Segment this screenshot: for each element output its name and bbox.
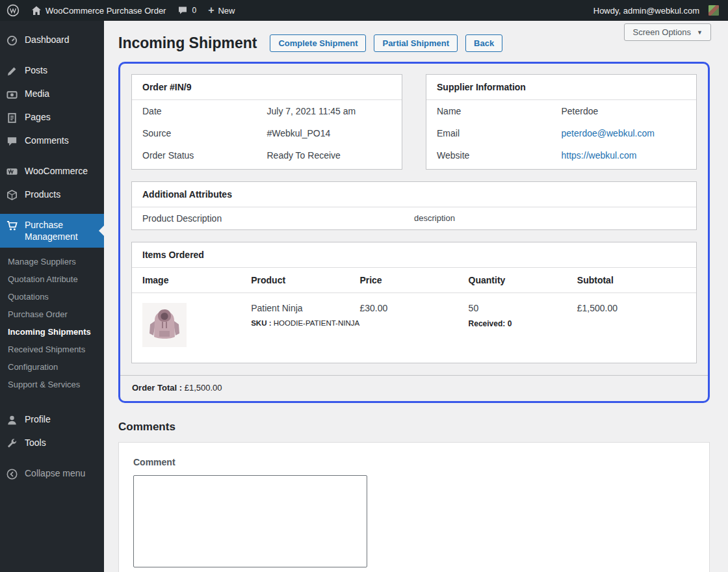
complete-shipment-button[interactable]: Complete Shipment: [270, 34, 366, 52]
collapse-arrow-icon: [5, 467, 18, 480]
sidebar-item-label: Dashboard: [25, 34, 70, 46]
sidebar-item-label: Comments: [25, 135, 69, 146]
order-date-row: Date July 7, 2021 11:45 am: [132, 100, 402, 122]
submenu-item-configuration[interactable]: Configuration: [0, 358, 104, 376]
admin-bar-right: Howdy, admin@webkul.com: [593, 0, 719, 21]
sidebar-separator: [0, 401, 104, 408]
sidebar-item-label: Products: [25, 188, 60, 200]
column-header-quantity: Quantity: [469, 268, 577, 292]
table-row: Patient Ninja SKU : HOODIE-PATIENT-NINJA…: [132, 293, 696, 363]
supplier-name-row: Name Peterdoe: [426, 100, 696, 122]
submenu-item-purchase-order[interactable]: Purchase Order: [0, 306, 104, 323]
order-total-value: £1,500.00: [185, 383, 222, 393]
supplier-email-link[interactable]: peterdoe@webkul.com: [562, 128, 655, 138]
sidebar-item-dashboard[interactable]: Dashboard: [0, 29, 104, 52]
received-value: 0: [508, 319, 512, 328]
order-source-value: #Webkul_PO14: [267, 128, 331, 138]
site-name-label: WooCommerce Purchase Order: [46, 6, 166, 16]
product-image: [142, 303, 187, 347]
sidebar-item-label: Profile: [25, 413, 51, 425]
sidebar-separator: [0, 52, 104, 59]
supplier-website-row: Website https://webkul.com: [426, 144, 696, 169]
sku-value: HOODIE-PATIENT-NINJA: [274, 319, 359, 327]
order-status-label: Order Status: [142, 150, 267, 161]
supplier-name-label: Name: [437, 106, 562, 116]
person-icon: [5, 413, 18, 426]
order-total-row: Order Total : £1,500.00: [120, 375, 708, 401]
new-content-button[interactable]: + New: [208, 0, 235, 21]
additional-attributes-card: Additional Attributes Product Descriptio…: [131, 181, 697, 230]
page-header: Incoming Shipment Complete Shipment Part…: [118, 34, 710, 52]
sidebar-item-pages[interactable]: Pages: [0, 106, 104, 129]
admin-bar: WooCommerce Purchase Order 0 + New Howdy…: [0, 0, 728, 21]
sidebar-item-comments[interactable]: Comments: [0, 129, 104, 153]
dashboard-icon: [5, 34, 18, 47]
product-image-cell: [142, 303, 251, 347]
howdy-label: Howdy, admin@webkul.com: [593, 6, 699, 16]
supplier-email-row: Email peterdoe@webkul.com: [426, 122, 696, 144]
back-button[interactable]: Back: [465, 34, 502, 52]
product-sku: SKU : HOODIE-PATIENT-NINJA: [251, 319, 359, 327]
sidebar-item-media[interactable]: Media: [0, 83, 104, 106]
sidebar-item-woocommerce[interactable]: WooCommerce: [0, 160, 104, 183]
order-source-label: Source: [142, 128, 267, 138]
admin-sidebar: Dashboard Posts Media Pages Commen: [0, 21, 104, 572]
supplier-card-title: Supplier Information: [426, 75, 696, 100]
wrench-icon: [5, 437, 18, 450]
sidebar-separator: [0, 455, 104, 462]
sidebar-item-collapse-menu[interactable]: Collapse menu: [0, 462, 104, 486]
subtotal-cell: £1,500.00: [577, 303, 686, 347]
comment-textarea[interactable]: [133, 475, 367, 567]
page-title: Incoming Shipment: [118, 34, 257, 52]
comment-bubble-icon: [177, 5, 188, 16]
comment-field-label: Comment: [133, 457, 695, 467]
sidebar-item-tools[interactable]: Tools: [0, 432, 104, 455]
partial-shipment-button[interactable]: Partial Shipment: [374, 34, 458, 52]
submenu-item-incoming-shipments[interactable]: Incoming Shipments: [0, 323, 104, 341]
site-name-link[interactable]: WooCommerce Purchase Order: [31, 0, 166, 21]
sidebar-item-purchase-management[interactable]: Purchase Management: [0, 214, 104, 248]
sidebar-item-label: Tools: [25, 437, 46, 448]
items-ordered-card: Items Ordered Image Product Price Quanti…: [131, 242, 697, 363]
product-name: Patient Ninja: [251, 303, 359, 313]
order-source-row: Source #Webkul_PO14: [132, 122, 402, 144]
submenu-item-manage-suppliers[interactable]: Manage Suppliers: [0, 253, 104, 270]
submenu-item-received-shipments[interactable]: Received Shipments: [0, 341, 104, 358]
sidebar-item-posts[interactable]: Posts: [0, 59, 104, 83]
order-status-value: Ready To Receive: [267, 150, 341, 161]
submenu-item-support-services[interactable]: Support & Services: [0, 376, 104, 393]
wp-logo-menu[interactable]: [6, 0, 20, 21]
supplier-card: Supplier Information Name Peterdoe Email…: [426, 74, 697, 170]
shipment-details-container: Order #IN/9 Date July 7, 2021 11:45 am S…: [118, 62, 710, 403]
attribute-value: description: [414, 213, 455, 224]
screen-options-label: Screen Options: [632, 27, 691, 37]
pages-icon: [5, 111, 18, 124]
sidebar-item-products[interactable]: Products: [0, 183, 104, 207]
supplier-name-value: Peterdoe: [562, 106, 599, 116]
sidebar-item-profile[interactable]: Profile: [0, 408, 104, 432]
screen-options-button[interactable]: Screen Options ▼: [624, 23, 711, 41]
sku-label: SKU :: [251, 319, 271, 327]
quantity-value: 50: [469, 303, 577, 313]
quantity-cell: 50 Received: 0: [469, 303, 577, 347]
sidebar-item-label: WooCommerce: [25, 165, 88, 177]
supplier-website-link[interactable]: https://webkul.com: [562, 150, 637, 161]
order-date-value: July 7, 2021 11:45 am: [267, 106, 356, 116]
sidebar-item-label: Pages: [25, 111, 51, 123]
new-label: New: [218, 6, 235, 16]
submenu-item-quotation-attribute[interactable]: Quotation Attribute: [0, 270, 104, 288]
home-icon: [31, 5, 42, 16]
comments-section-title: Comments: [118, 421, 710, 434]
my-account-link[interactable]: Howdy, admin@webkul.com: [593, 0, 719, 21]
submenu-item-quotations[interactable]: Quotations: [0, 288, 104, 306]
price-cell: £30.00: [359, 303, 468, 347]
sidebar-item-label: Purchase Management: [25, 219, 99, 242]
column-header-product: Product: [251, 268, 359, 292]
received-line: Received: 0: [469, 319, 577, 328]
product-cell: Patient Ninja SKU : HOODIE-PATIENT-NINJA: [251, 303, 359, 347]
admin-bar-left: WooCommerce Purchase Order 0 + New: [6, 0, 235, 21]
camera-icon: [5, 88, 18, 101]
supplier-website-label: Website: [437, 150, 562, 161]
admin-bar-comments[interactable]: 0: [177, 0, 196, 21]
column-header-image: Image: [142, 268, 251, 292]
